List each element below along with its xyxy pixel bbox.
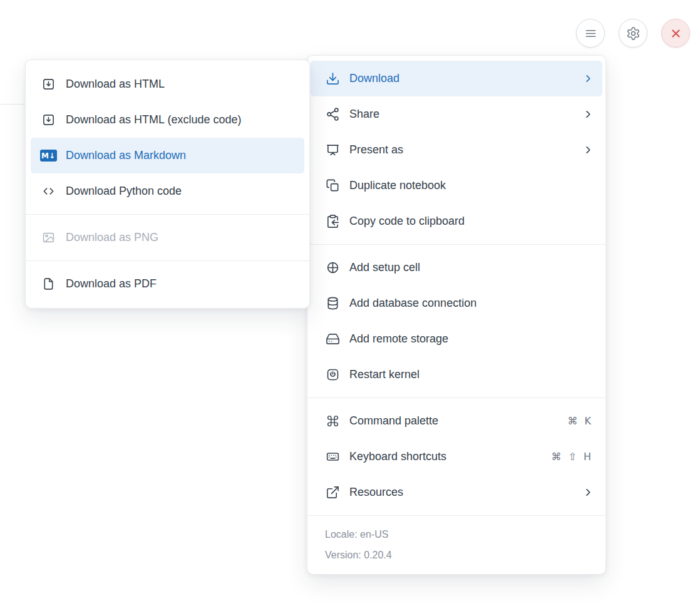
presentation-icon xyxy=(325,143,340,158)
box-download-icon xyxy=(41,113,56,128)
menu-item-label: Add setup cell xyxy=(349,261,593,274)
keyboard-icon xyxy=(325,449,340,465)
menu-item-add-remote-storage[interactable]: Add remote storage xyxy=(307,321,605,357)
menu-item-duplicate-notebook[interactable]: Duplicate notebook xyxy=(307,168,605,203)
gear-icon xyxy=(625,26,641,41)
menu-item-download-python[interactable]: Download Python code xyxy=(31,173,304,209)
settings-button[interactable] xyxy=(619,19,647,48)
markdown-icon: M↓ xyxy=(41,148,56,163)
image-icon xyxy=(41,230,56,245)
notebook-menu: Download Share Present as Duplicate note… xyxy=(307,55,606,575)
menu-footer: Locale: en-US Version: 0.20.4 xyxy=(307,515,605,569)
hamburger-icon xyxy=(583,26,598,41)
clipboard-copy-icon xyxy=(325,214,340,229)
external-link-icon xyxy=(325,485,340,500)
menu-item-share[interactable]: Share xyxy=(307,96,605,132)
code-icon xyxy=(41,184,56,199)
menu-separator xyxy=(26,214,309,215)
menu-item-label: Download as Markdown xyxy=(66,149,294,162)
menu-item-keyboard-shortcuts[interactable]: Keyboard shortcuts ⌘ ⇧ H xyxy=(307,439,605,475)
underlying-panel-border xyxy=(0,104,25,105)
menu-item-label: Resources xyxy=(349,486,584,499)
close-button[interactable] xyxy=(661,19,690,48)
menu-item-present-as[interactable]: Present as xyxy=(307,132,605,168)
menu-item-command-palette[interactable]: Command palette ⌘ K xyxy=(307,403,605,439)
menu-item-label: Present as xyxy=(349,143,584,157)
chevron-right-icon xyxy=(584,145,593,155)
menu-item-download-markdown[interactable]: M↓ Download as Markdown xyxy=(31,138,304,173)
chevron-right-icon xyxy=(584,74,593,83)
menu-item-resources[interactable]: Resources xyxy=(307,475,605,510)
menu-separator xyxy=(26,260,309,261)
menu-item-label: Download Python code xyxy=(66,185,294,198)
menu-item-label: Download xyxy=(349,72,584,85)
chevron-right-icon xyxy=(584,110,593,119)
box-download-icon xyxy=(41,77,56,92)
chevron-right-icon xyxy=(584,488,593,497)
hard-drive-icon xyxy=(325,332,340,347)
duplicate-icon xyxy=(325,178,340,193)
menu-item-add-setup-cell[interactable]: Add setup cell xyxy=(307,250,605,285)
notebook-menu-button[interactable] xyxy=(576,19,605,48)
menu-item-add-database-connection[interactable]: Add database connection xyxy=(307,285,605,321)
menu-item-restart-kernel[interactable]: Restart kernel xyxy=(307,357,605,393)
menu-item-label: Keyboard shortcuts xyxy=(349,450,551,463)
file-icon xyxy=(41,277,56,292)
menu-item-label: Add remote storage xyxy=(349,332,593,346)
markdown-badge: M↓ xyxy=(40,150,57,162)
menu-item-download-png[interactable]: Download as PNG xyxy=(31,220,304,255)
command-icon xyxy=(325,414,340,429)
menu-item-copy-code[interactable]: Copy code to clipboard xyxy=(307,203,605,239)
menu-item-label: Command palette xyxy=(349,414,567,428)
download-submenu: Download as HTML Download as HTML (exclu… xyxy=(25,59,310,309)
share-icon xyxy=(325,107,340,122)
close-icon xyxy=(668,26,683,41)
menu-separator xyxy=(307,244,605,245)
database-icon xyxy=(325,296,340,311)
power-icon xyxy=(325,367,340,382)
menu-separator xyxy=(307,398,605,398)
menu-item-label: Add database connection xyxy=(349,297,593,310)
menu-item-download-pdf[interactable]: Download as PDF xyxy=(31,266,304,302)
menu-item-download-html[interactable]: Download as HTML xyxy=(31,66,304,102)
menu-item-label: Download as HTML xyxy=(66,78,294,91)
menu-item-label: Download as PDF xyxy=(66,277,294,290)
menu-item-label: Download as HTML (exclude code) xyxy=(66,113,294,126)
plus-circle-icon xyxy=(325,260,340,275)
menu-item-label: Duplicate notebook xyxy=(349,179,593,192)
menu-item-label: Download as PNG xyxy=(66,231,294,244)
menu-item-download[interactable]: Download xyxy=(311,61,602,96)
download-icon xyxy=(325,71,340,86)
shortcut-label: ⌘ K xyxy=(567,415,593,427)
locale-text: Locale: en-US xyxy=(325,524,588,545)
menu-item-download-html-exclude-code[interactable]: Download as HTML (exclude code) xyxy=(31,102,304,138)
version-text: Version: 0.20.4 xyxy=(325,545,588,565)
menu-item-label: Share xyxy=(349,108,584,121)
menu-item-label: Restart kernel xyxy=(349,368,593,381)
topbar-actions xyxy=(576,19,690,48)
menu-item-label: Copy code to clipboard xyxy=(349,215,593,228)
shortcut-label: ⌘ ⇧ H xyxy=(551,451,593,463)
